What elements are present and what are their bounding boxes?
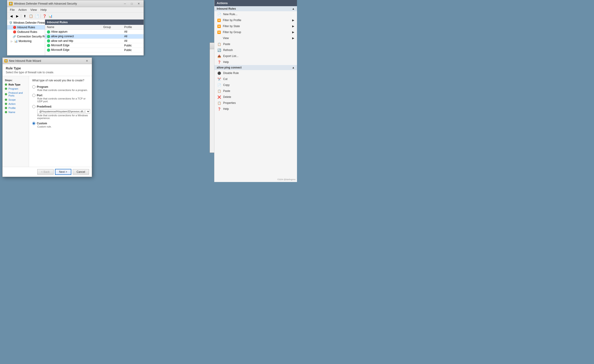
tree-inbound-rules[interactable]: 🔴 Inbound Rules <box>7 25 45 30</box>
tree-connection-security[interactable]: 🔗 Connection Security Rules <box>7 34 45 39</box>
row-1-name: Allow appium <box>45 30 101 34</box>
refresh-icon: 🔄 <box>217 48 221 52</box>
wizard-step-protocol-ports[interactable]: Protocol and Ports <box>2 91 29 98</box>
toolbar-forward-button[interactable]: ▶ <box>14 13 20 19</box>
action-delete[interactable]: ❌ Delete <box>214 94 297 100</box>
mmc-close-button[interactable]: ✕ <box>136 1 142 6</box>
mmc-minimize-button[interactable]: ─ <box>122 1 128 6</box>
menu-view[interactable]: View <box>28 8 39 12</box>
tree-root[interactable]: 🛡️ Windows Defender Firewall wit... <box>7 20 45 25</box>
toolbar-back-button[interactable]: ◀ <box>8 13 14 19</box>
wizard-step-rule-type[interactable]: Rule Type <box>2 83 29 87</box>
action-disable-rule[interactable]: ⚫ Disable Rule <box>214 70 297 76</box>
action-filter-group[interactable]: 🔽 Filter by Group ▶ <box>214 29 297 35</box>
toolbar-copy-button[interactable]: 📋 <box>28 13 34 19</box>
step-dot-program <box>5 88 7 90</box>
wizard-close-button[interactable]: ✕ <box>84 58 90 63</box>
action-new-rule[interactable]: 📄 New Rule... <box>214 11 297 17</box>
menu-file[interactable]: File <box>8 8 17 12</box>
radio-predefined-input[interactable] <box>32 105 35 108</box>
tree-monitoring[interactable]: ▷ 📊 Monitoring <box>7 39 45 43</box>
action-refresh[interactable]: 🔄 Refresh <box>214 47 297 53</box>
action-view[interactable]: View ▶ <box>214 35 297 41</box>
radio-label-predefined[interactable]: Predefined: <box>32 105 88 108</box>
wizard-steps-panel: Steps: Rule Type Program Protocol and Po… <box>2 76 29 167</box>
tree-monitoring-expand: ▷ <box>11 40 14 43</box>
wizard-step-program[interactable]: Program <box>2 87 29 91</box>
action-filter-profile[interactable]: 🔽 Filter by Profile ▶ <box>214 17 297 23</box>
table-row[interactable]: allow ping connect All <box>45 34 143 39</box>
table-row[interactable]: allow ssh and http All <box>45 39 143 43</box>
radio-label-program[interactable]: Program <box>32 85 88 89</box>
action-cut[interactable]: ✂️ Cut <box>214 76 297 82</box>
wizard-step-action[interactable]: Action <box>2 102 29 106</box>
col-name[interactable]: Name <box>45 25 101 30</box>
rule-allow-icon <box>47 35 50 38</box>
action-help-1[interactable]: ❓ Help <box>214 59 297 65</box>
action-help-2[interactable]: ❓ Help <box>214 106 297 112</box>
col-profile[interactable]: Profile <box>122 25 143 30</box>
wizard-titlebar: 🛡️ New Inbound Rule Wizard ✕ <box>2 58 92 64</box>
radio-label-port[interactable]: Port <box>32 94 88 97</box>
toolbar-paste-button[interactable]: 📄 <box>34 13 40 19</box>
radio-port-input[interactable] <box>32 94 35 97</box>
action-paste-2[interactable]: 📋 Paste <box>214 88 297 94</box>
action-filter-state[interactable]: 🔽 Filter by State ▶ <box>214 23 297 29</box>
action-properties[interactable]: 📋 Properties <box>214 100 297 106</box>
wizard-step-name[interactable]: Name <box>2 110 29 114</box>
tree-outbound-rules[interactable]: 🔴 Outbound Rules <box>7 30 45 34</box>
row-2-name: allow ping connect <box>45 34 101 39</box>
wizard-step-scope[interactable]: Scope <box>2 98 29 102</box>
menu-action[interactable]: Action <box>17 8 28 12</box>
action-export[interactable]: 📤 Export List... <box>214 53 297 59</box>
action-paste-1[interactable]: 📋 Paste <box>214 41 297 47</box>
tree-panel: 🛡️ Windows Defender Firewall wit... 🔴 In… <box>7 20 45 55</box>
col-group[interactable]: Group <box>101 25 122 30</box>
wizard-next-button[interactable]: Next > <box>55 169 71 175</box>
rule-allow-icon <box>47 39 50 43</box>
actions-section-ping[interactable]: allow ping connect ▲ <box>214 65 297 70</box>
export-icon: 📤 <box>217 54 221 58</box>
row-5-profile: Public <box>122 48 143 52</box>
row-1-profile: All <box>122 30 143 34</box>
actions-section-inbound[interactable]: Inbound Rules ▲ <box>214 6 297 11</box>
action-export-label: Export List... <box>223 54 239 58</box>
toolbar-view-button[interactable]: 📊 <box>48 13 53 19</box>
radio-program-input[interactable] <box>32 85 35 89</box>
wizard-title: New Inbound Rule Wizard <box>9 59 84 63</box>
wizard-question: What type of rule would you like to crea… <box>32 79 88 82</box>
action-copy[interactable]: 📄 Copy <box>214 82 297 88</box>
wizard-step-profile[interactable]: Profile <box>2 106 29 110</box>
step-label-program: Program <box>8 87 18 90</box>
radio-option-port: Port Rule that controls connections for … <box>32 94 88 103</box>
table-row[interactable]: Microsoft Edge Public <box>45 48 143 52</box>
wizard-dialog: 🛡️ New Inbound Rule Wizard ✕ Rule Type S… <box>2 58 92 177</box>
tree-inbound-icon: 🔴 <box>13 26 16 29</box>
wizard-page-subtitle: Select the type of firewall rule to crea… <box>6 71 88 74</box>
row-4-group <box>101 43 122 48</box>
rule-allow-icon <box>47 44 50 47</box>
radio-predefined-text: Predefined: <box>37 105 52 108</box>
actions-title: Actions <box>214 0 297 6</box>
wizard-back-button[interactable]: < Back <box>37 169 54 175</box>
row-4-name: Microsoft Edge <box>45 43 101 48</box>
menu-help[interactable]: Help <box>39 8 48 12</box>
cut-icon: ✂️ <box>217 77 221 81</box>
paste-1-icon: 📋 <box>217 42 221 46</box>
mmc-app-icon: 🛡️ <box>9 2 13 6</box>
radio-label-custom[interactable]: Custom <box>32 122 88 125</box>
mmc-menubar: File Action View Help <box>7 7 143 13</box>
row-5-group <box>101 48 122 52</box>
table-row[interactable]: Microsoft Edge Public <box>45 43 143 48</box>
action-refresh-label: Refresh <box>223 48 233 52</box>
toolbar-help-button[interactable]: ❓ <box>42 13 47 19</box>
predefined-dropdown[interactable]: @%systemroot%\system32\provsvc.dll,-202 <box>37 109 90 114</box>
table-row[interactable]: Allow appium All <box>45 30 143 34</box>
toolbar-up-button[interactable]: ⬆ <box>22 13 28 19</box>
radio-option-custom: Custom Custom rule. <box>32 122 88 128</box>
action-properties-label: Properties <box>223 101 236 104</box>
radio-program-text: Program <box>37 85 48 89</box>
wizard-cancel-button[interactable]: Cancel <box>73 169 89 175</box>
mmc-maximize-button[interactable]: □ <box>129 1 135 6</box>
radio-custom-input[interactable] <box>32 122 35 125</box>
